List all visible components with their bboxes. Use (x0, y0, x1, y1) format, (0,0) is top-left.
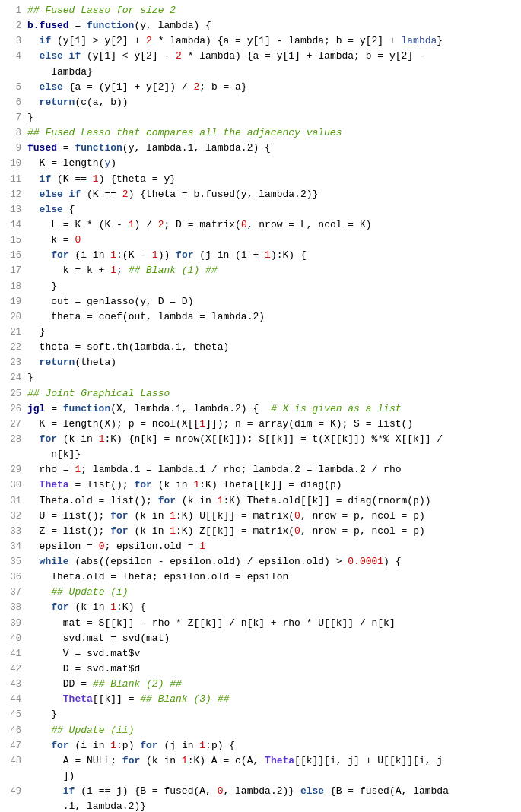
token: (k in (69, 601, 111, 613)
line-number: 5 (3, 81, 21, 95)
code-line: 5 else {a = (y[1] + y[2]) / 2; b = a} (0, 80, 521, 95)
token: :K) A = c(A, (188, 755, 265, 766)
line-number: 26 (3, 402, 21, 417)
code-content: D = svd.mat$d (27, 661, 518, 677)
line-number: 46 (3, 724, 21, 738)
token: 0 (75, 234, 81, 246)
token: :K) { (116, 601, 146, 613)
token (27, 479, 40, 490)
token: (j in (158, 740, 200, 751)
token: 1 (110, 249, 116, 261)
token: ) {theta = b.fused(y, lambda.2)} (129, 189, 319, 200)
code-line: 22 theta = soft.th(lambda.1, theta) (0, 340, 521, 355)
token: ]) (27, 770, 75, 782)
token: ) { (383, 556, 401, 567)
line-number: 27 (3, 417, 21, 432)
token: else if (27, 50, 81, 62)
token: Theta.old = Theta; epsilon.old = epsilon (27, 571, 288, 582)
line-number: 34 (3, 540, 21, 554)
token: 1 (199, 418, 205, 430)
token: b.fused (27, 20, 69, 31)
token: * lambda) {a = y[1] + lambda; b = y[2] - (182, 50, 425, 62)
code-content: } (27, 279, 518, 294)
code-line: 1## Fused Lasso for size 2 (0, 3, 521, 18)
code-line: 8## Fused Lasso that compares all the ad… (0, 125, 521, 141)
code-line: lambda} (0, 65, 521, 80)
token: (K == (51, 173, 93, 185)
code-content: Theta = list(); for (k in 1:K) Theta[[k]… (27, 477, 518, 493)
line-number: 48 (3, 754, 21, 769)
token: out = genlasso(y, D = D) (27, 296, 193, 307)
code-content: } (27, 370, 518, 385)
code-line: 34 epsilon = 0; epsilon.old = 1 (0, 539, 521, 554)
code-content: b.fused = function(y, lambda) { (27, 18, 518, 33)
line-number: 47 (3, 739, 21, 753)
token: L = K * (K - (27, 219, 129, 230)
code-content: Theta.old = list(); for (k in 1:K) Theta… (27, 493, 518, 509)
code-content: lambda} (27, 65, 518, 80)
code-line: 29 rho = 1; lambda.1 = lambda.1 / rho; l… (0, 462, 521, 477)
token: * lambda) {a = y[1] - lambda; b = y[2] + (152, 35, 402, 46)
token: else (27, 81, 63, 93)
token: n[k]} (27, 449, 81, 460)
token: else (300, 785, 324, 797)
token: :K) U[[k]] = matrix( (176, 510, 294, 522)
code-line: 27 K = length(X); p = ncol(X[[1]]); n = … (0, 417, 521, 432)
token: ## Fused Lasso for size 2 (27, 5, 176, 16)
token: 1 (182, 755, 188, 766)
token: k = (27, 234, 75, 246)
token: DD = (27, 678, 93, 690)
token: 0 (294, 525, 300, 537)
code-line: 30 Theta = list(); for (k in 1:K) Theta[… (0, 477, 521, 493)
code-content: for (k in 1:K) {n[k] = nrow(X[[k]]); S[[… (27, 432, 518, 447)
token: fused (27, 142, 57, 154)
token: Theta (265, 755, 294, 766)
line-number: 31 (3, 494, 21, 509)
line-number: 24 (3, 371, 21, 385)
token: K = length (27, 157, 99, 169)
token: 0 (294, 510, 300, 522)
code-content: for (k in 1:K) { (27, 600, 518, 615)
token: 1 (265, 249, 271, 261)
code-content: ## Fused Lasso that compares all the adj… (27, 125, 518, 141)
line-number: 15 (3, 233, 21, 248)
token: ## Blank (2) ## (93, 678, 182, 690)
code-line: 36 Theta.old = Theta; epsilon.old = epsi… (0, 569, 521, 585)
token: } (27, 372, 33, 383)
code-content: while (abs((epsilon - epsilon.old) / eps… (27, 554, 518, 569)
line-number: 32 (3, 509, 21, 524)
code-line: 46 ## Update (ii) (0, 723, 521, 738)
token: (k in (129, 510, 170, 522)
code-content: mat = S[[k]] - rho * Z[[k]] / n[k] + rho… (27, 616, 518, 631)
token: :K) Theta[[k]] = diag(p) (199, 479, 342, 490)
token: ## Fused Lasso that compares all the adj… (27, 127, 342, 138)
line-number: 33 (3, 525, 21, 539)
token: ; D = matrix( (164, 219, 240, 230)
token: (K == (81, 189, 122, 200)
code-line: 16 for (i in 1:(K - 1)) for (j in (i + 1… (0, 248, 521, 263)
code-line: 6 return(c(a, b)) (0, 95, 521, 110)
code-content: Theta.old = Theta; epsilon.old = epsilon (27, 569, 518, 585)
line-number: 16 (3, 249, 21, 263)
token: (k in (152, 479, 194, 490)
token: ## Update (ii) (51, 725, 134, 736)
token: (k in (129, 525, 170, 537)
code-line: 26jgl = function(X, lambda.1, lambda.2) … (0, 401, 521, 417)
code-content: return(c(a, b)) (27, 95, 518, 110)
token: (y[1] < y[2] - (81, 50, 176, 62)
token: jgl (27, 403, 45, 414)
code-content: .1, lambda.2)} (27, 799, 518, 812)
token: = (45, 403, 62, 414)
token: ## Update (i) (51, 586, 128, 598)
code-line: 14 L = K * (K - 1) / 2; D = matrix(0, nr… (0, 217, 521, 233)
token: return (27, 357, 75, 368)
token: V = svd.mat$v (27, 648, 140, 659)
token: , nrow = L, ncol = K) (247, 219, 372, 230)
code-line: ]) (0, 769, 521, 784)
token: K = length(X); p = ncol(X[[ (27, 418, 199, 430)
code-line: 37 ## Update (i) (0, 585, 521, 600)
token: A = NULL; (27, 755, 122, 766)
code-line: 33 Z = list(); for (k in 1:K) Z[[k]] = m… (0, 524, 521, 539)
code-line: 43 DD = ## Blank (2) ## (0, 677, 521, 692)
line-number: 8 (3, 126, 21, 141)
